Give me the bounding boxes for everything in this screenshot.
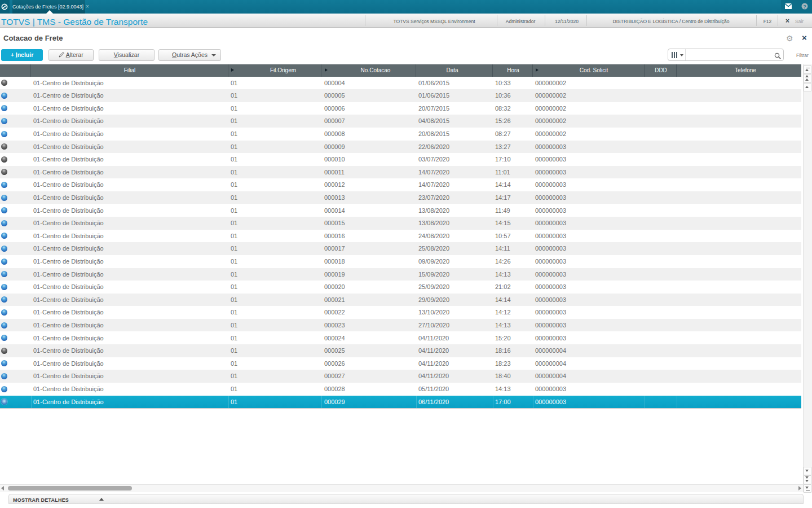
- svg-text:?: ?: [803, 4, 806, 10]
